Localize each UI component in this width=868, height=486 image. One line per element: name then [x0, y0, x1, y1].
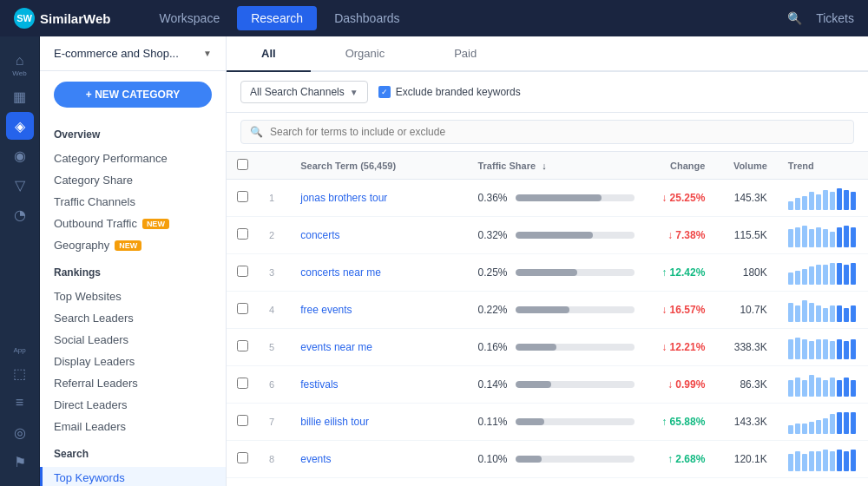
th-volume[interactable]: Volume	[715, 152, 777, 180]
trend-bar	[795, 424, 800, 434]
tab-paid[interactable]: Paid	[419, 36, 511, 72]
overview-section-title: Overview	[54, 128, 212, 141]
sidebar-item-social-leaders[interactable]: Social Leaders	[40, 329, 226, 351]
sidebar-top-section: ⌂ Web ▦ ◈ ◉ ▽ ◔	[6, 47, 34, 228]
logo: SW SimilarWeb	[14, 8, 110, 29]
sidebar-item-traffic-channels[interactable]: Traffic Channels	[40, 191, 226, 213]
row-checkbox[interactable]	[237, 191, 248, 202]
sidebar-item-category-share[interactable]: Category Share	[40, 169, 226, 191]
volume-cell: 180K	[715, 254, 777, 292]
traffic-bar-background	[516, 418, 634, 425]
sidebar-item-geography[interactable]: Geography NEW	[40, 234, 226, 256]
row-checkbox-cell[interactable]	[227, 478, 259, 487]
app-icon[interactable]: ⬚	[6, 359, 34, 387]
table-row: 8 events 0.10% ↑ 2.68% 120.1K	[227, 441, 868, 478]
trend-bar	[830, 451, 835, 471]
tabs-bar: All Organic Paid	[227, 36, 868, 72]
trend-cell	[778, 180, 868, 217]
row-checkbox[interactable]	[237, 340, 248, 351]
people-icon[interactable]: ◉	[6, 141, 34, 169]
chart-bar-icon[interactable]: ▦	[6, 82, 34, 110]
funnel-icon[interactable]: ▽	[6, 171, 34, 199]
search-term-link[interactable]: events	[300, 453, 331, 465]
dropdown-arrow-icon[interactable]: ▼	[203, 49, 212, 58]
sidebar-item-email-leaders[interactable]: Email Leaders	[40, 416, 226, 437]
traffic-bar-background	[516, 381, 634, 388]
trend-bar	[851, 227, 856, 247]
layers-icon[interactable]: ≡	[6, 389, 34, 417]
search-term-link[interactable]: events near me	[300, 341, 372, 353]
row-checkbox[interactable]	[237, 415, 248, 426]
search-term-link[interactable]: jonas brothers tour	[300, 192, 387, 204]
sidebar-item-display-leaders[interactable]: Display Leaders	[40, 351, 226, 372]
trend-bar	[788, 380, 793, 397]
th-volume-label: Volume	[733, 161, 767, 171]
traffic-share-cell: 0.22%	[467, 292, 644, 329]
row-checkbox[interactable]	[237, 266, 248, 277]
traffic-percentage: 0.11%	[477, 416, 509, 428]
sidebar-item-direct-leaders[interactable]: Direct Leaders	[40, 394, 226, 416]
search-term-link[interactable]: concerts near me	[300, 266, 381, 279]
trend-bar	[816, 305, 821, 322]
search-terms-input[interactable]	[270, 126, 845, 138]
row-checkbox-cell[interactable]	[227, 404, 259, 441]
exclude-branded-label: Exclude branded keywords	[396, 86, 521, 98]
sidebar-item-category-performance[interactable]: Category Performance	[40, 148, 226, 169]
search-magnifier-icon: 🔍	[250, 126, 263, 138]
trend-bars	[788, 186, 858, 210]
sidebar-item-top-keywords[interactable]: Top Keywords	[40, 467, 226, 486]
trend-bar	[795, 305, 800, 322]
row-checkbox[interactable]	[237, 378, 248, 389]
table-row: 1 jonas brothers tour 0.36% ↓ 25.25% 145…	[227, 180, 868, 217]
row-checkbox[interactable]	[237, 452, 248, 463]
nav-workspace[interactable]: Workspace	[145, 6, 233, 30]
row-checkbox-cell[interactable]	[227, 441, 259, 478]
flag-icon[interactable]: ⚑	[6, 448, 34, 476]
sidebar-item-outbound-traffic[interactable]: Outbound Traffic NEW	[40, 213, 226, 234]
row-checkbox-cell[interactable]	[227, 180, 259, 217]
search-term-link[interactable]: concerts	[300, 229, 339, 241]
app-label: App	[13, 346, 25, 354]
row-checkbox[interactable]	[237, 228, 248, 240]
nav-dashboards[interactable]: Dashboards	[320, 6, 414, 30]
search-term-link[interactable]: billie eilish tour	[300, 416, 369, 428]
category-dropdown-label[interactable]: E-commerce and Shop...	[54, 47, 196, 60]
row-checkbox[interactable]	[237, 303, 248, 314]
sidebar-item-search-leaders[interactable]: Search Leaders	[40, 307, 226, 329]
trend-cell	[778, 329, 868, 366]
tickets-link[interactable]: Tickets	[816, 11, 854, 25]
th-search-term[interactable]: Search Term (56,459)	[290, 152, 467, 180]
sidebar-item-referral-leaders[interactable]: Referral Leaders	[40, 372, 226, 394]
trend-bar	[823, 418, 828, 434]
th-checkbox[interactable]	[227, 152, 259, 180]
sidebar-bottom-section: App ⬚ ≡ ◎ ⚑	[6, 346, 34, 476]
pie-chart-icon[interactable]: ◔	[6, 200, 34, 228]
th-traffic-share[interactable]: Traffic Share ↓	[467, 152, 644, 180]
channel-dropdown-arrow-icon: ▼	[350, 88, 358, 97]
row-checkbox-cell[interactable]	[227, 292, 259, 329]
exclude-branded-checkbox[interactable]: ✓ Exclude branded keywords	[378, 86, 521, 98]
target-icon[interactable]: ◎	[6, 418, 34, 446]
nav-research[interactable]: Research	[237, 6, 317, 30]
row-checkbox-cell[interactable]	[227, 366, 259, 404]
traffic-share-cell: 0.11%	[467, 404, 644, 441]
geography-new-badge: NEW	[115, 240, 141, 251]
search-term-link[interactable]: free events	[300, 304, 352, 316]
select-all-checkbox[interactable]	[237, 159, 248, 170]
search-term-link[interactable]: festivals	[300, 378, 338, 391]
sidebar-item-top-websites[interactable]: Top Websites	[40, 286, 226, 307]
row-checkbox-cell[interactable]	[227, 329, 259, 366]
tab-organic[interactable]: Organic	[311, 36, 420, 72]
web-label: Web	[12, 69, 26, 77]
new-category-button[interactable]: + NEW CATEGORY	[54, 82, 212, 108]
channel-filter-dropdown[interactable]: All Search Channels ▼	[240, 81, 368, 103]
search-icon[interactable]: 🔍	[787, 11, 802, 25]
row-checkbox-cell[interactable]	[227, 217, 259, 254]
rankings-section: Rankings	[40, 256, 226, 286]
row-checkbox-cell[interactable]	[227, 254, 259, 292]
trend-bar	[788, 454, 793, 471]
tab-all[interactable]: All	[227, 36, 311, 72]
outbound-traffic-new-badge: NEW	[142, 219, 169, 229]
category-icon[interactable]: ◈	[6, 112, 34, 140]
th-change[interactable]: Change	[645, 152, 716, 180]
